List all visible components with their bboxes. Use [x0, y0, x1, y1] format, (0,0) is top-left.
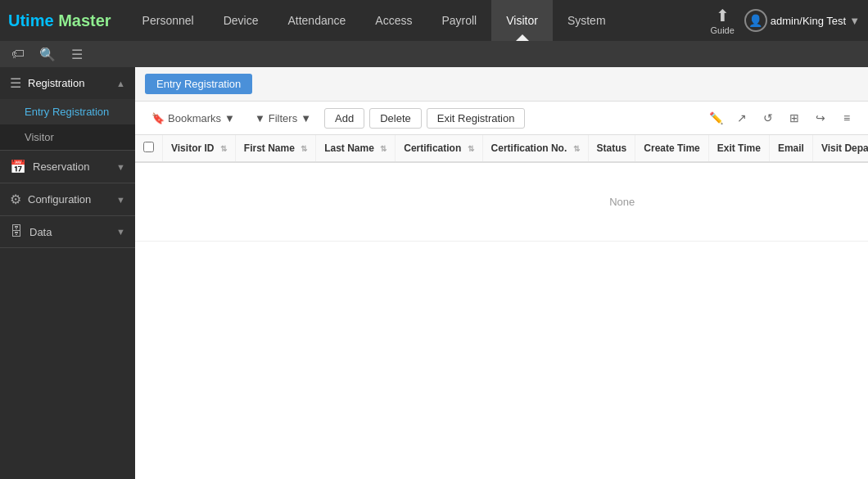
sidebar-item-visitor[interactable]: Visitor: [0, 124, 135, 150]
visitor-id-sort-icon: ⇅: [220, 144, 227, 153]
sidebar-reservation-label: Reservation: [33, 160, 110, 173]
col-visitor-id-label: Visitor ID: [171, 142, 214, 154]
nav-item-payroll[interactable]: Payroll: [427, 0, 491, 41]
col-exit-time[interactable]: Exit Time: [708, 135, 769, 162]
sidebar-section-header-registration[interactable]: ☰ Registration ▲: [0, 67, 135, 99]
nav-item-access[interactable]: Access: [360, 0, 427, 41]
nav-item-visitor[interactable]: Visitor: [491, 0, 553, 41]
table-empty-row: None: [135, 162, 868, 242]
menu-icon[interactable]: ☰: [67, 44, 87, 64]
guide-button[interactable]: ⬆ Guide: [710, 6, 734, 35]
col-email-label: Email: [778, 142, 804, 154]
sidebar-section-reservation: 📅 Reservation ▼: [0, 151, 135, 183]
col-last-name[interactable]: Last Name ⇅: [316, 135, 396, 162]
page-toolbar: Entry Registration: [135, 67, 868, 102]
col-exit-time-label: Exit Time: [717, 142, 761, 154]
logo-time: time: [20, 11, 53, 29]
user-dropdown-icon[interactable]: ▼: [849, 15, 860, 27]
bookmarks-button[interactable]: 🔖 Bookmarks ▼: [145, 109, 242, 128]
visitor-table: Visitor ID ⇅ First Name ⇅ Last Name ⇅: [135, 135, 868, 242]
user-info: 👤 admin/King Test ▼: [744, 9, 860, 32]
sidebar-section-header-configuration[interactable]: ⚙ Configuration ▼: [0, 183, 135, 215]
table-empty-label: None: [135, 162, 868, 242]
filter-icon: ▼: [255, 112, 265, 124]
expand-icon-btn[interactable]: ↗: [730, 106, 753, 129]
col-visit-department[interactable]: Visit Department: [812, 135, 868, 162]
nav-right: ⬆ Guide 👤 admin/King Test ▼: [710, 6, 860, 35]
search-icon[interactable]: 🔍: [38, 44, 57, 64]
col-status-label: Status: [597, 142, 627, 154]
user-avatar[interactable]: 👤: [744, 9, 767, 32]
col-first-name[interactable]: First Name ⇅: [235, 135, 315, 162]
nav-item-system[interactable]: System: [553, 0, 621, 41]
content-area: Entry Registration 🔖 Bookmarks ▼ ▼ Filte…: [135, 67, 868, 479]
user-name: admin/King Test: [771, 15, 846, 27]
sidebar: ☰ Registration ▲ Entry Registration Visi…: [0, 67, 135, 479]
filters-dropdown-icon: ▼: [301, 112, 311, 124]
configuration-icon: ⚙: [10, 192, 21, 207]
columns-icon-btn[interactable]: ⊞: [783, 106, 806, 129]
sidebar-data-label: Data: [29, 226, 110, 238]
nav-item-attendance[interactable]: Attendance: [273, 0, 360, 41]
edit-icon-btn[interactable]: ✏️: [704, 106, 727, 129]
table-actions: Add Delete Exit Registration: [324, 108, 698, 129]
col-status[interactable]: Status: [588, 135, 635, 162]
top-nav: Utime Master Personnel Device Attendance…: [0, 0, 868, 41]
registration-arrow-icon: ▲: [116, 79, 125, 88]
data-icon: 🗄: [10, 224, 23, 239]
sidebar-configuration-label: Configuration: [28, 193, 110, 206]
table-toolbar: 🔖 Bookmarks ▼ ▼ Filters ▼ Add Delete Exi…: [135, 102, 868, 135]
col-certification[interactable]: Certification ⇅: [396, 135, 482, 162]
nav-item-device[interactable]: Device: [209, 0, 274, 41]
filters-button[interactable]: ▼ Filters ▼: [248, 109, 318, 128]
sidebar-section-configuration: ⚙ Configuration ▼: [0, 183, 135, 216]
guide-label: Guide: [710, 25, 734, 35]
col-visit-department-label: Visit Department: [821, 142, 868, 154]
main-layout: ☰ Registration ▲ Entry Registration Visi…: [0, 67, 868, 479]
select-all-checkbox[interactable]: [143, 142, 154, 152]
entry-registration-tab[interactable]: Entry Registration: [145, 74, 252, 94]
col-certification-no-label: Certification No.: [491, 142, 567, 154]
table-body: None: [135, 162, 868, 242]
col-last-name-label: Last Name: [324, 142, 374, 154]
add-button[interactable]: Add: [324, 108, 364, 129]
col-certification-no[interactable]: Certification No. ⇅: [482, 135, 588, 162]
sidebar-section-header-reservation[interactable]: 📅 Reservation ▼: [0, 151, 135, 183]
nav-item-personnel[interactable]: Personnel: [128, 0, 209, 41]
bookmark-icon: 🔖: [151, 112, 165, 124]
table-container: Visitor ID ⇅ First Name ⇅ Last Name ⇅: [135, 135, 868, 479]
logo-u: U: [8, 11, 20, 29]
configuration-arrow-icon: ▼: [116, 195, 125, 205]
bookmarks-dropdown-icon: ▼: [224, 112, 235, 124]
certification-no-sort-icon: ⇅: [573, 144, 580, 153]
sidebar-registration-label: Registration: [28, 77, 110, 89]
col-checkbox[interactable]: [135, 135, 163, 162]
share-icon-btn[interactable]: ↪: [809, 106, 832, 129]
delete-button[interactable]: Delete: [369, 108, 422, 129]
tag-icon[interactable]: 🏷: [8, 44, 28, 64]
col-create-time-label: Create Time: [644, 142, 699, 154]
sidebar-section-registration: ☰ Registration ▲ Entry Registration Visi…: [0, 67, 135, 151]
registration-icon: ☰: [10, 75, 21, 91]
col-create-time[interactable]: Create Time: [635, 135, 708, 162]
table-header-row: Visitor ID ⇅ First Name ⇅ Last Name ⇅: [135, 135, 868, 162]
col-certification-label: Certification: [404, 142, 461, 154]
toolbar-strip: 🏷 🔍 ☰: [0, 41, 868, 67]
filters-label: Filters: [269, 112, 297, 124]
logo[interactable]: Utime Master: [8, 11, 111, 30]
sidebar-item-entry-registration[interactable]: Entry Registration: [0, 99, 135, 124]
col-first-name-label: First Name: [244, 142, 295, 154]
sidebar-section-header-data[interactable]: 🗄 Data ▼: [0, 216, 135, 247]
refresh-icon-btn[interactable]: ↺: [757, 106, 780, 129]
reservation-icon: 📅: [10, 159, 26, 174]
nav-items: Personnel Device Attendance Access Payro…: [128, 0, 711, 41]
col-email[interactable]: Email: [769, 135, 812, 162]
guide-icon: ⬆: [716, 6, 730, 25]
logo-master: Master: [54, 11, 111, 29]
reservation-arrow-icon: ▼: [116, 162, 125, 172]
settings-icon-btn[interactable]: ≡: [835, 106, 858, 129]
exit-registration-button[interactable]: Exit Registration: [427, 108, 526, 129]
first-name-sort-icon: ⇅: [301, 144, 307, 153]
col-visitor-id[interactable]: Visitor ID ⇅: [163, 135, 236, 162]
bookmarks-label: Bookmarks: [168, 112, 221, 124]
